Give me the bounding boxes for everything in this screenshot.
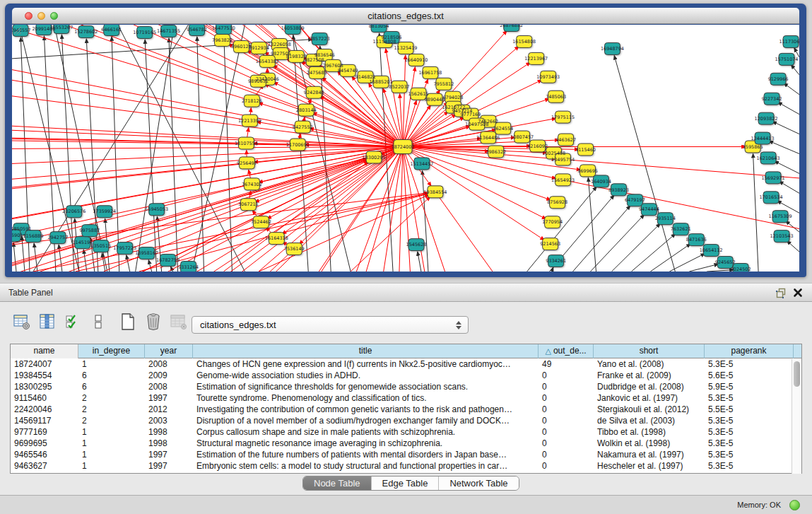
column-header-name[interactable]: name (11, 344, 78, 358)
network-table-selector-value: citations_edges.txt (200, 320, 276, 330)
resize-grip[interactable] (12, 25, 799, 271)
table-tabs: Node TableEdge TableNetwork Table (302, 476, 519, 491)
network-table-selector[interactable]: citations_edges.txt (192, 316, 469, 334)
new-file-button[interactable] (117, 312, 139, 332)
float-panel-icon[interactable] (776, 288, 787, 298)
window-titlebar[interactable]: citations_edges.txt (12, 8, 799, 24)
column-header-out_degree[interactable]: △out_de... (539, 344, 594, 358)
table-row[interactable]: 1872400712008Changes of HCN gene express… (11, 358, 801, 370)
close-panel-icon[interactable] (793, 288, 803, 298)
table-row[interactable]: 1938455462009Genome-wide association stu… (11, 370, 801, 381)
row-options-button[interactable] (88, 312, 109, 332)
table-panel-header: Table Panel (0, 283, 812, 302)
scrollbar-thumb[interactable] (794, 361, 800, 387)
table-row[interactable]: 969969511998Structural magnetic resonanc… (11, 438, 801, 449)
table-row[interactable]: 2242004622012Investigating the contribut… (11, 404, 801, 415)
column-header-in_degree[interactable]: in_degree (78, 344, 145, 358)
table-body: 1872400712008Changes of HCN gene express… (11, 358, 801, 473)
table-row[interactable]: 1830029562008Estimation of significance … (11, 381, 801, 392)
select-all-columns-button[interactable] (62, 312, 83, 332)
table-row[interactable]: 946362711997Embryonic stem cells: a mode… (11, 460, 801, 472)
tab-network-table[interactable]: Network Table (438, 477, 518, 490)
memory-status-label: Memory: OK (737, 496, 781, 514)
table-settings-button[interactable] (11, 312, 33, 332)
network-canvas[interactable]: 1872400779638228960128891293423226058982… (12, 25, 799, 271)
table-panel-body: f(x) citations_edges.txt namein_degreeye… (0, 302, 812, 495)
window-title: citations_edges.txt (12, 8, 799, 24)
table-row[interactable]: 977716911998Corpus callosum shape and si… (11, 426, 801, 438)
table-row[interactable]: 911546021997Tourette syndrome. Phenomeno… (11, 392, 801, 404)
table-vertical-scrollbar[interactable] (792, 359, 801, 474)
selector-spinner-icon (455, 320, 461, 331)
show-columns-button[interactable] (37, 312, 58, 332)
delete-button[interactable] (143, 312, 164, 332)
table-header-row: namein_degreeyeartitle△out_de...shortpag… (11, 344, 801, 358)
status-bar: Memory: OK (0, 495, 812, 514)
table-panel-title: Table Panel (8, 284, 53, 302)
column-header-title[interactable]: title (193, 344, 539, 358)
column-header-short[interactable]: short (594, 344, 705, 358)
network-view-window: citations_edges.txt 18724007796382289601… (5, 4, 806, 277)
table-row[interactable]: 1456911722003Disruption of a novel membe… (11, 415, 801, 426)
column-header-pagerank[interactable]: pagerank (705, 344, 794, 358)
tab-node-table[interactable]: Node Table (303, 477, 371, 490)
tab-edge-table[interactable]: Edge Table (371, 477, 439, 490)
table-row[interactable]: 946554611997Estimation of the future num… (11, 449, 801, 460)
memory-ok-indicator-icon (789, 500, 800, 510)
import-table-disabled-button (168, 312, 189, 332)
column-header-year[interactable]: year (145, 344, 193, 358)
node-table: namein_degreeyeartitle△out_de...shortpag… (10, 344, 802, 474)
